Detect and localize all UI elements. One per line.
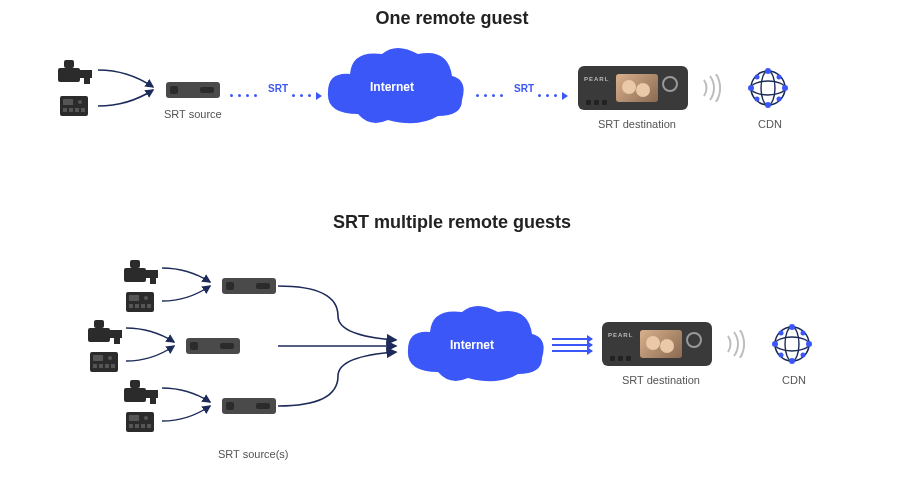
multi-arrow-icon [552, 334, 592, 356]
svg-point-62 [779, 331, 784, 336]
camera-icon [122, 378, 162, 406]
svg-rect-3 [84, 78, 90, 84]
caption-cdn-top: CDN [758, 118, 782, 130]
svg-point-20 [755, 97, 760, 102]
control-panel-icon [60, 96, 88, 116]
svg-point-18 [755, 75, 760, 80]
svg-rect-41 [99, 364, 103, 368]
caption-srt-destination: SRT destination [598, 118, 676, 130]
svg-rect-42 [105, 364, 109, 368]
srt-link-right [476, 86, 508, 96]
svg-rect-32 [147, 304, 151, 308]
caption-srt-sources: SRT source(s) [218, 448, 289, 460]
svg-point-16 [748, 85, 754, 91]
camera-icon [122, 258, 162, 286]
svg-rect-45 [146, 390, 158, 398]
svg-rect-8 [69, 108, 73, 112]
srt-label-left: SRT [268, 83, 288, 94]
svg-rect-51 [129, 424, 133, 428]
pearl-device-icon: PEARL [578, 66, 688, 110]
svg-rect-46 [130, 380, 140, 388]
svg-rect-44 [124, 388, 146, 402]
svg-rect-29 [129, 304, 133, 308]
encoder-icon [166, 82, 220, 98]
svg-rect-53 [141, 424, 145, 428]
globe-icon [770, 322, 814, 366]
globe-icon [746, 66, 790, 110]
svg-point-14 [765, 68, 771, 74]
cloud-label-bottom: Internet [450, 338, 494, 352]
svg-rect-34 [110, 330, 122, 338]
svg-rect-1 [80, 70, 92, 78]
svg-point-17 [782, 85, 788, 91]
svg-point-60 [772, 341, 778, 347]
encoder-icon [222, 398, 276, 414]
svg-point-59 [789, 358, 795, 364]
control-panel-icon [126, 292, 154, 312]
svg-rect-10 [81, 108, 85, 112]
svg-point-19 [777, 75, 782, 80]
svg-point-12 [751, 81, 785, 95]
caption-cdn-bottom: CDN [782, 374, 806, 386]
svg-rect-30 [135, 304, 139, 308]
svg-point-28 [144, 296, 148, 300]
svg-rect-23 [146, 270, 158, 278]
svg-point-6 [78, 100, 82, 104]
encoder-icon [222, 278, 276, 294]
camera-icon [56, 58, 96, 86]
svg-point-58 [789, 324, 795, 330]
svg-rect-24 [130, 260, 140, 268]
svg-point-50 [144, 416, 148, 420]
svg-point-56 [775, 337, 809, 351]
caption-srt-source: SRT source [164, 108, 222, 120]
svg-rect-7 [63, 108, 67, 112]
svg-point-39 [108, 356, 112, 360]
svg-rect-22 [124, 268, 146, 282]
svg-rect-43 [111, 364, 115, 368]
svg-rect-35 [94, 320, 104, 328]
svg-point-15 [765, 102, 771, 108]
srt-link-right-2 [538, 86, 568, 96]
svg-rect-36 [114, 338, 120, 344]
svg-rect-0 [58, 68, 80, 82]
svg-rect-54 [147, 424, 151, 428]
svg-point-64 [779, 353, 784, 358]
svg-point-57 [785, 327, 799, 361]
svg-rect-25 [150, 278, 156, 284]
caption-srt-destination-bottom: SRT destination [622, 374, 700, 386]
svg-rect-47 [150, 398, 156, 404]
srt-link-left [230, 86, 262, 96]
svg-rect-9 [75, 108, 79, 112]
svg-rect-49 [129, 415, 139, 421]
broadcast-waves-icon [722, 330, 750, 358]
svg-point-13 [761, 71, 775, 105]
pearl-device-icon: PEARL [602, 322, 712, 366]
svg-point-63 [801, 331, 806, 336]
svg-rect-27 [129, 295, 139, 301]
control-panel-icon [90, 352, 118, 372]
camera-icon [86, 318, 126, 346]
broadcast-waves-icon [698, 74, 726, 102]
svg-point-65 [801, 353, 806, 358]
svg-rect-52 [135, 424, 139, 428]
svg-point-61 [806, 341, 812, 347]
svg-rect-31 [141, 304, 145, 308]
cloud-label-top: Internet [370, 80, 414, 94]
svg-point-21 [777, 97, 782, 102]
title-single-guest: One remote guest [375, 8, 528, 29]
svg-rect-33 [88, 328, 110, 342]
svg-rect-38 [93, 355, 103, 361]
title-multi-guest: SRT multiple remote guests [333, 212, 571, 233]
svg-rect-40 [93, 364, 97, 368]
encoder-icon [186, 338, 240, 354]
srt-label-right: SRT [514, 83, 534, 94]
svg-rect-5 [63, 99, 73, 105]
svg-rect-2 [64, 60, 74, 68]
control-panel-icon [126, 412, 154, 432]
